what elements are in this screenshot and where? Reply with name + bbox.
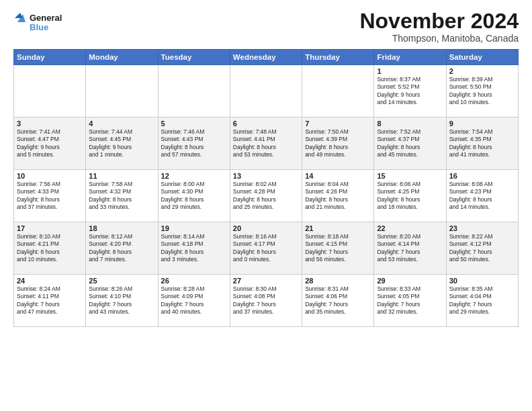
day-number: 28	[305, 277, 371, 285]
calendar-week-row: 10Sunrise: 7:56 AM Sunset: 4:33 PM Dayli…	[14, 170, 519, 222]
day-info: Sunrise: 8:22 AM Sunset: 4:12 PM Dayligh…	[449, 233, 515, 264]
day-number: 26	[161, 277, 227, 285]
month-title: November 2024	[359, 10, 519, 32]
day-info: Sunrise: 8:06 AM Sunset: 4:25 PM Dayligh…	[377, 181, 443, 212]
day-info: Sunrise: 8:39 AM Sunset: 5:50 PM Dayligh…	[449, 76, 515, 107]
table-row: 30Sunrise: 8:35 AM Sunset: 4:04 PM Dayli…	[446, 275, 518, 327]
col-sunday: Sunday	[14, 50, 86, 65]
day-number: 7	[305, 120, 371, 128]
day-info: Sunrise: 8:35 AM Sunset: 4:04 PM Dayligh…	[449, 285, 515, 316]
day-info: Sunrise: 8:16 AM Sunset: 4:17 PM Dayligh…	[233, 233, 299, 264]
day-info: Sunrise: 8:26 AM Sunset: 4:10 PM Dayligh…	[89, 285, 154, 316]
table-row	[302, 65, 374, 118]
table-row: 6Sunrise: 7:48 AM Sunset: 4:41 PM Daylig…	[230, 118, 302, 170]
logo-text: General Blue	[13, 10, 67, 34]
day-number: 23	[449, 224, 515, 232]
table-row: 25Sunrise: 8:26 AM Sunset: 4:10 PM Dayli…	[86, 275, 158, 327]
col-saturday: Saturday	[446, 50, 518, 65]
day-number: 10	[17, 172, 83, 180]
day-number: 6	[233, 120, 299, 128]
day-number: 13	[233, 172, 299, 180]
day-number: 8	[377, 120, 443, 128]
day-number: 30	[449, 277, 515, 285]
day-info: Sunrise: 8:24 AM Sunset: 4:11 PM Dayligh…	[17, 285, 83, 316]
day-info: Sunrise: 8:10 AM Sunset: 4:21 PM Dayligh…	[17, 233, 83, 264]
day-number: 1	[377, 67, 443, 75]
table-row: 20Sunrise: 8:16 AM Sunset: 4:17 PM Dayli…	[230, 222, 302, 275]
day-info: Sunrise: 7:58 AM Sunset: 4:32 PM Dayligh…	[89, 181, 154, 212]
page-container: General Blue November 2024 Thompson, Man…	[0, 0, 532, 334]
day-number: 2	[449, 67, 515, 75]
day-number: 22	[377, 224, 443, 232]
table-row: 11Sunrise: 7:58 AM Sunset: 4:32 PM Dayli…	[86, 170, 158, 222]
day-info: Sunrise: 8:12 AM Sunset: 4:20 PM Dayligh…	[89, 233, 154, 264]
table-row: 1Sunrise: 8:37 AM Sunset: 5:52 PM Daylig…	[374, 65, 446, 118]
table-row: 24Sunrise: 8:24 AM Sunset: 4:11 PM Dayli…	[14, 275, 86, 327]
table-row	[86, 65, 158, 118]
day-number: 25	[89, 277, 154, 285]
calendar-table: Sunday Monday Tuesday Wednesday Thursday…	[13, 49, 519, 327]
header-row: Sunday Monday Tuesday Wednesday Thursday…	[14, 50, 519, 65]
calendar-week-row: 17Sunrise: 8:10 AM Sunset: 4:21 PM Dayli…	[14, 222, 519, 275]
col-tuesday: Tuesday	[158, 50, 230, 65]
calendar-week-row: 24Sunrise: 8:24 AM Sunset: 4:11 PM Dayli…	[14, 275, 519, 327]
table-row: 12Sunrise: 8:00 AM Sunset: 4:30 PM Dayli…	[158, 170, 230, 222]
day-number: 21	[305, 224, 371, 232]
table-row	[230, 65, 302, 118]
day-info: Sunrise: 8:30 AM Sunset: 4:08 PM Dayligh…	[233, 285, 299, 316]
table-row: 21Sunrise: 8:18 AM Sunset: 4:15 PM Dayli…	[302, 222, 374, 275]
logo-svg: General Blue	[13, 10, 67, 34]
table-row: 9Sunrise: 7:54 AM Sunset: 4:35 PM Daylig…	[446, 118, 518, 170]
table-row: 2Sunrise: 8:39 AM Sunset: 5:50 PM Daylig…	[446, 65, 518, 118]
day-info: Sunrise: 8:33 AM Sunset: 4:05 PM Dayligh…	[377, 285, 443, 316]
table-row: 10Sunrise: 7:56 AM Sunset: 4:33 PM Dayli…	[14, 170, 86, 222]
day-info: Sunrise: 8:08 AM Sunset: 4:23 PM Dayligh…	[449, 181, 515, 212]
svg-text:Blue: Blue	[30, 22, 48, 32]
day-info: Sunrise: 8:00 AM Sunset: 4:30 PM Dayligh…	[161, 181, 227, 212]
day-number: 17	[17, 224, 83, 232]
day-number: 12	[161, 172, 227, 180]
title-block: November 2024 Thompson, Manitoba, Canada	[359, 10, 519, 44]
table-row: 19Sunrise: 8:14 AM Sunset: 4:18 PM Dayli…	[158, 222, 230, 275]
day-number: 29	[377, 277, 443, 285]
table-row: 16Sunrise: 8:08 AM Sunset: 4:23 PM Dayli…	[446, 170, 518, 222]
day-info: Sunrise: 8:28 AM Sunset: 4:09 PM Dayligh…	[161, 285, 227, 316]
calendar-week-row: 1Sunrise: 8:37 AM Sunset: 5:52 PM Daylig…	[14, 65, 519, 118]
day-number: 5	[161, 120, 227, 128]
day-info: Sunrise: 7:41 AM Sunset: 4:47 PM Dayligh…	[17, 128, 83, 159]
day-number: 27	[233, 277, 299, 285]
table-row: 15Sunrise: 8:06 AM Sunset: 4:25 PM Dayli…	[374, 170, 446, 222]
table-row: 8Sunrise: 7:52 AM Sunset: 4:37 PM Daylig…	[374, 118, 446, 170]
table-row: 26Sunrise: 8:28 AM Sunset: 4:09 PM Dayli…	[158, 275, 230, 327]
svg-marker-4	[15, 13, 23, 18]
header: General Blue November 2024 Thompson, Man…	[13, 10, 519, 44]
table-row: 5Sunrise: 7:46 AM Sunset: 4:43 PM Daylig…	[158, 118, 230, 170]
day-info: Sunrise: 7:52 AM Sunset: 4:37 PM Dayligh…	[377, 128, 443, 159]
day-info: Sunrise: 8:37 AM Sunset: 5:52 PM Dayligh…	[377, 76, 443, 107]
day-info: Sunrise: 7:48 AM Sunset: 4:41 PM Dayligh…	[233, 128, 299, 159]
calendar-week-row: 3Sunrise: 7:41 AM Sunset: 4:47 PM Daylig…	[14, 118, 519, 170]
day-number: 18	[89, 224, 154, 232]
table-row	[158, 65, 230, 118]
table-row: 13Sunrise: 8:02 AM Sunset: 4:28 PM Dayli…	[230, 170, 302, 222]
day-info: Sunrise: 8:14 AM Sunset: 4:18 PM Dayligh…	[161, 233, 227, 264]
col-friday: Friday	[374, 50, 446, 65]
day-info: Sunrise: 7:50 AM Sunset: 4:39 PM Dayligh…	[305, 128, 371, 159]
table-row: 29Sunrise: 8:33 AM Sunset: 4:05 PM Dayli…	[374, 275, 446, 327]
col-monday: Monday	[86, 50, 158, 65]
table-row: 28Sunrise: 8:31 AM Sunset: 4:06 PM Dayli…	[302, 275, 374, 327]
day-number: 20	[233, 224, 299, 232]
day-info: Sunrise: 8:18 AM Sunset: 4:15 PM Dayligh…	[305, 233, 371, 264]
day-number: 24	[17, 277, 83, 285]
day-info: Sunrise: 8:20 AM Sunset: 4:14 PM Dayligh…	[377, 233, 443, 264]
day-number: 11	[89, 172, 154, 180]
day-number: 16	[449, 172, 515, 180]
logo: General Blue	[13, 10, 67, 34]
table-row	[14, 65, 86, 118]
location: Thompson, Manitoba, Canada	[359, 33, 519, 44]
table-row: 17Sunrise: 8:10 AM Sunset: 4:21 PM Dayli…	[14, 222, 86, 275]
day-number: 4	[89, 120, 154, 128]
table-row: 18Sunrise: 8:12 AM Sunset: 4:20 PM Dayli…	[86, 222, 158, 275]
day-info: Sunrise: 7:56 AM Sunset: 4:33 PM Dayligh…	[17, 181, 83, 212]
day-number: 15	[377, 172, 443, 180]
